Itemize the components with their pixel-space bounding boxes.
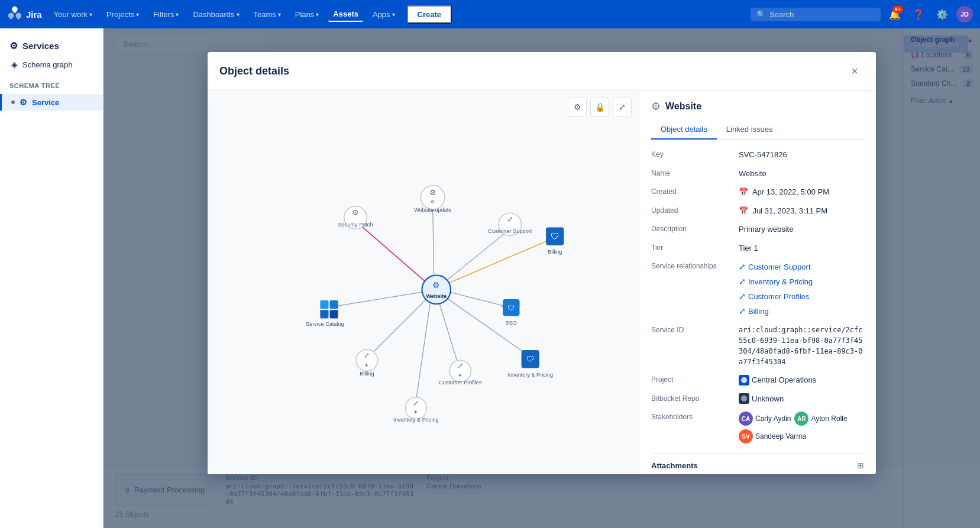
svg-line-9 <box>416 302 430 401</box>
svg-rect-31 <box>320 310 328 318</box>
project-chip: Central Operations <box>739 374 864 386</box>
svg-line-3 <box>444 232 507 283</box>
service-rel-customer-support[interactable]: ⤢ Customer Support <box>739 261 864 273</box>
graph-panel: ⚙ 🔒 ⤢ <box>208 90 639 474</box>
object-details-modal: Object details × ⚙ 🔒 ⤢ <box>208 52 876 474</box>
svg-text:Customer Profiles: Customer Profiles <box>439 380 482 386</box>
modal-backdrop: Object details × ⚙ 🔒 ⤢ <box>104 28 980 528</box>
topnav: Jira Your work ▾ Projects ▾ Filters ▾ Da… <box>0 0 980 28</box>
svg-text:⤢: ⤢ <box>457 362 463 370</box>
detail-service-relationships-value: ⤢ Customer Support ⤢ Inventory & Pricing… <box>739 261 864 318</box>
topnav-right: 🔍 Search 🔔 9+ ❓ ⚙️ JD <box>751 5 973 24</box>
detail-stakeholders-value: CA Carly Aydin AR Ayton Rolle <box>739 412 864 443</box>
svg-line-6 <box>368 297 428 357</box>
detail-description-value: Primary website <box>739 223 864 235</box>
nav-apps[interactable]: Apps ▾ <box>368 8 400 21</box>
settings-button[interactable]: ⚙️ <box>933 5 952 24</box>
nav-projects[interactable]: Projects ▾ <box>102 8 144 21</box>
chevron-down-icon: ▾ <box>176 11 179 18</box>
calendar-icon: 📅 <box>739 187 748 196</box>
expand-tool-button[interactable]: ⤢ <box>613 98 632 116</box>
nav-dashboards[interactable]: Dashboards ▾ <box>188 8 244 21</box>
sidebar-title: ⚙ Services <box>0 35 103 56</box>
active-dot <box>11 101 15 104</box>
service-rel-inventory-pricing[interactable]: ⤢ Inventory & Pricing <box>739 276 864 288</box>
svg-point-49 <box>741 377 747 383</box>
nav-your-work[interactable]: Your work ▾ <box>49 8 97 21</box>
nav-teams[interactable]: Teams ▾ <box>249 8 286 21</box>
detail-tier-value: Tier 1 <box>739 242 864 254</box>
detail-updated-value: 📅 Jul 31, 2023, 3:11 PM <box>739 205 864 217</box>
create-button[interactable]: Create <box>407 5 452 24</box>
lock-tool-button[interactable]: 🔒 <box>590 98 609 116</box>
nav-assets[interactable]: Assets <box>328 7 363 22</box>
services-icon: ⚙ <box>9 40 18 51</box>
sidebar: ⚙ Services ◈ Schema graph SCHEMA TREE ⚙ … <box>0 28 104 528</box>
svg-text:Billing: Billing <box>548 249 562 255</box>
tab-object-details[interactable]: Object details <box>651 120 717 140</box>
chevron-down-icon: ▾ <box>278 11 281 18</box>
service-rel-customer-profiles[interactable]: ⤢ Customer Profiles <box>739 290 864 303</box>
stakeholder-avatar-sandeep: SV <box>739 429 753 443</box>
svg-line-5 <box>335 291 426 306</box>
svg-text:⚙: ⚙ <box>431 199 435 205</box>
detail-service-id-value: ari:cloud:graph::service/2cfc55c0-6939-1… <box>739 325 864 367</box>
service-schema-icon: ⚙ <box>20 98 27 107</box>
detail-row-tier: Tier Tier 1 <box>651 242 864 254</box>
service-rel-billing[interactable]: ⤢ Billing <box>739 305 864 318</box>
detail-created-value: 📅 Apr 13, 2022, 5:00 PM <box>739 186 864 198</box>
detail-row-service-id: Service ID ari:cloud:graph::service/2cfc… <box>651 325 864 367</box>
svg-line-7 <box>438 299 459 367</box>
svg-text:🛡: 🛡 <box>526 355 534 364</box>
detail-project-value: Central Operations <box>739 374 864 386</box>
sidebar-item-service[interactable]: ⚙ Service <box>0 94 103 111</box>
nav-filters[interactable]: Filters ▾ <box>148 8 183 21</box>
details-object-icon: ⚙ <box>651 100 661 113</box>
svg-text:⚙: ⚙ <box>432 280 440 290</box>
svg-text:SSO: SSO <box>506 320 517 326</box>
stakeholders-list: CA Carly Aydin AR Ayton Rolle <box>739 412 864 426</box>
filter-tool-button[interactable]: ⚙ <box>568 98 587 116</box>
detail-row-name: Name Website <box>651 168 864 180</box>
attachments-grid-icon[interactable]: ⊞ <box>857 461 864 470</box>
svg-text:Customer Support: Customer Support <box>488 228 532 234</box>
detail-row-created: Created 📅 Apr 13, 2022, 5:00 PM <box>651 186 864 198</box>
modal-body: ⚙ 🔒 ⤢ <box>208 90 876 474</box>
graph-svg: ⚙ Website ⚙ ⚙ Website update ⚙ Security … <box>208 90 639 474</box>
schema-graph-icon: ◈ <box>11 60 18 69</box>
svg-text:⤢: ⤢ <box>413 399 419 407</box>
svg-line-2 <box>433 208 434 280</box>
logo[interactable]: Jira <box>7 7 42 22</box>
modal-title: Object details <box>219 65 289 77</box>
svg-rect-29 <box>320 300 328 309</box>
stakeholder-avatar-carly: CA <box>739 412 753 426</box>
stakeholder-sandeep: SV Sandeep Varma <box>739 429 806 443</box>
detail-row-project: Project Central Operations <box>651 374 864 386</box>
notifications-button[interactable]: 🔔 9+ <box>885 5 904 24</box>
svg-line-1 <box>357 222 426 282</box>
svg-text:🛡: 🛡 <box>551 232 559 241</box>
detail-row-service-relationships: Service relationships ⤢ Customer Support… <box>651 261 864 318</box>
tab-linked-issues[interactable]: Linked issues <box>717 120 782 140</box>
svg-text:⚙: ⚙ <box>352 208 359 217</box>
detail-row-bitbucket: Bitbucket Repo Unknown <box>651 393 864 405</box>
svg-line-0 <box>436 238 555 289</box>
attachments-header: Attachments ⊞ <box>651 461 864 470</box>
rel-icon: ⤢ <box>739 290 746 303</box>
search-bar[interactable]: 🔍 Search <box>751 8 881 21</box>
svg-text:Inventory & Pricing: Inventory & Pricing <box>393 417 438 423</box>
modal-close-button[interactable]: × <box>845 61 864 80</box>
user-avatar[interactable]: JD <box>956 6 973 22</box>
detail-bitbucket-value: Unknown <box>739 393 864 405</box>
sidebar-item-schema-graph[interactable]: ◈ Schema graph <box>0 56 103 73</box>
help-button[interactable]: ❓ <box>909 5 928 24</box>
stakeholders-list-2: SV Sandeep Varma <box>739 429 864 443</box>
rel-icon: ⤢ <box>739 305 746 318</box>
svg-text:✦: ✦ <box>364 362 369 368</box>
nav-plans[interactable]: Plans ▾ <box>290 8 324 21</box>
svg-text:Service Catalog: Service Catalog <box>306 321 344 327</box>
svg-rect-30 <box>330 300 338 309</box>
service-rel-list: ⤢ Customer Support ⤢ Inventory & Pricing… <box>739 261 864 318</box>
detail-row-key: Key SVC-5471826 <box>651 149 864 161</box>
stakeholder-ayton: AR Ayton Rolle <box>794 412 847 426</box>
